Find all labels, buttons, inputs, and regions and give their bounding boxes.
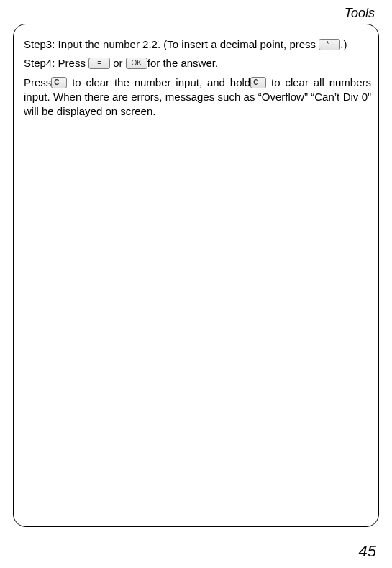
step3-text-a: Step3: Input the number 2.2. (To insert …: [24, 38, 316, 50]
step3-line: Step3: Input the number 2.2. (To insert …: [24, 37, 371, 52]
step4-text-b: for the answer.: [147, 57, 218, 69]
star-key-icon: * ·: [319, 39, 340, 50]
header-title: Tools: [13, 6, 379, 24]
press-text-a: Press: [24, 76, 51, 88]
ok-key-icon: OK: [126, 58, 147, 69]
press-line: PressC to clear the number input, and ho…: [24, 75, 371, 119]
step4-line: Step4: Press = or OKfor the answer.: [24, 56, 371, 70]
press-text-b: to clear the number input, and hold: [67, 76, 250, 88]
equals-key-icon: =: [88, 58, 110, 69]
c-key-icon-2: C: [250, 77, 266, 88]
step4-text-a: Step4: Press: [24, 57, 88, 69]
step4-or: or: [113, 57, 126, 69]
content-frame: Step3: Input the number 2.2. (To insert …: [13, 24, 379, 527]
page: Tools Step3: Input the number 2.2. (To i…: [0, 0, 392, 568]
page-number: 45: [359, 542, 376, 561]
c-key-icon: C: [51, 77, 67, 88]
step3-text-b: .): [340, 38, 347, 50]
